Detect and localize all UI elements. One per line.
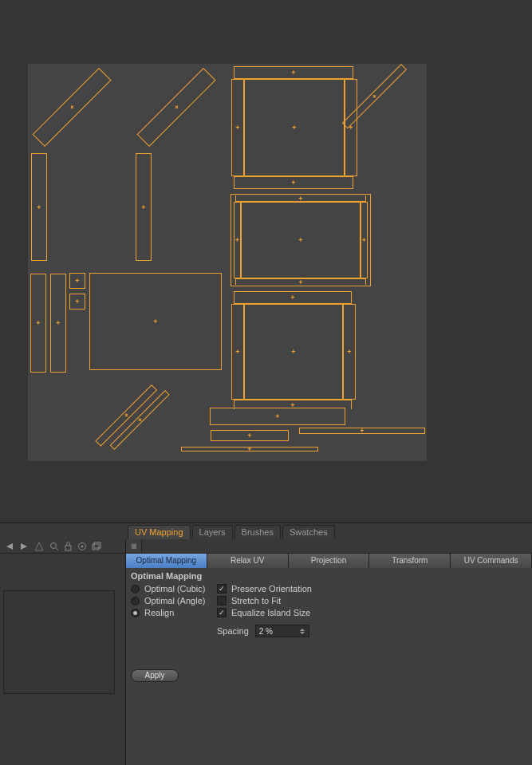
tab-uv-mapping[interactable]: UV Mapping: [128, 525, 191, 539]
uv-island[interactable]: +: [234, 291, 352, 304]
stepper-down-icon[interactable]: [300, 632, 305, 634]
uv-island[interactable]: +: [33, 68, 112, 147]
side-empty-box: [3, 590, 115, 694]
triangle-up-outline-icon[interactable]: [33, 541, 45, 552]
triangle-left-icon[interactable]: [5, 542, 14, 551]
triangle-right-icon[interactable]: [19, 542, 29, 551]
svg-rect-8: [93, 544, 99, 550]
uv-island[interactable]: +: [30, 274, 46, 373]
radio-label: Realign: [144, 608, 174, 617]
radio-realign[interactable]: Realign: [131, 608, 211, 617]
svg-point-3: [51, 543, 57, 549]
svg-line-4: [56, 548, 58, 550]
uv-island[interactable]: +: [89, 273, 222, 370]
tab-swatches[interactable]: Swatches: [282, 525, 335, 539]
svg-marker-0: [6, 543, 13, 550]
svg-point-7: [81, 546, 84, 548]
uv-island[interactable]: +: [244, 79, 345, 176]
uv-island[interactable]: +: [343, 304, 356, 400]
uv-island[interactable]: +: [181, 447, 318, 452]
uv-canvas[interactable]: + + + + + + + + + +: [28, 64, 427, 461]
uv-island[interactable]: +: [137, 68, 216, 147]
uv-island[interactable]: +: [244, 304, 343, 400]
stepper-up-icon[interactable]: [300, 629, 305, 631]
check-equalize-island-size[interactable]: ✓ Equalize Island Size: [217, 608, 312, 617]
svg-rect-5: [65, 546, 71, 550]
checkbox-indicator: ✓: [217, 584, 227, 593]
subtab-transform[interactable]: Transform: [369, 554, 451, 568]
uv-island[interactable]: +: [211, 430, 289, 441]
uv-island[interactable]: +: [234, 176, 353, 189]
subtab-relax-uv[interactable]: Relax UV: [207, 554, 289, 568]
radio-optimal-cubic[interactable]: Optimal (Cubic): [131, 584, 211, 593]
checkbox-label: Equalize Island Size: [231, 608, 310, 617]
uv-island[interactable]: +: [69, 273, 85, 289]
uv-island[interactable]: +: [241, 202, 361, 278]
spacing-value: 2 %: [259, 627, 273, 636]
check-preserve-orientation[interactable]: ✓ Preserve Orientation: [217, 584, 312, 593]
lower-panel: UV Mapping Layers Brushes Swatches ▦ Opt…: [0, 522, 532, 765]
radio-indicator: [131, 597, 140, 605]
uv-island[interactable]: +: [69, 294, 85, 310]
lock-icon[interactable]: [64, 542, 73, 551]
check-stretch-to-fit[interactable]: Stretch to Fit: [217, 596, 312, 605]
uv-island[interactable]: +: [234, 202, 241, 278]
search-icon[interactable]: [49, 542, 59, 551]
side-outline-panel: [0, 568, 126, 765]
uv-island[interactable]: +: [234, 66, 353, 79]
tab-layers[interactable]: Layers: [192, 525, 233, 539]
uv-island[interactable]: +: [50, 274, 66, 373]
checkbox-indicator: ✓: [217, 608, 227, 617]
optimal-mapping-options: Optimal Mapping Optimal (Cubic) Optimal …: [126, 568, 532, 765]
subtab-uv-commands[interactable]: UV Commands: [451, 554, 532, 568]
uv-island[interactable]: +: [299, 428, 425, 434]
uv-island[interactable]: +: [136, 153, 152, 261]
uv-island[interactable]: +: [361, 202, 368, 278]
uv-island[interactable]: +: [231, 79, 244, 176]
checkbox-indicator: [217, 596, 227, 605]
radio-indicator: [131, 609, 140, 617]
uv-island[interactable]: +: [235, 195, 366, 202]
checkbox-label: Stretch to Fit: [231, 596, 281, 605]
radio-optimal-angle[interactable]: Optimal (Angle): [131, 596, 211, 605]
uv-island[interactable]: +: [31, 153, 47, 261]
uv-island[interactable]: +: [235, 278, 366, 285]
spacing-stepper[interactable]: [300, 625, 308, 637]
tab-brushes[interactable]: Brushes: [234, 525, 281, 539]
spacing-label: Spacing: [217, 626, 249, 636]
subtab-optimal-mapping[interactable]: Optimal Mapping: [126, 554, 207, 568]
target-icon[interactable]: [77, 542, 87, 551]
panel-title: Optimal Mapping: [131, 571, 527, 581]
svg-marker-1: [21, 543, 27, 550]
apply-button[interactable]: Apply: [131, 669, 179, 682]
checkbox-label: Preserve Orientation: [231, 584, 312, 593]
svg-marker-2: [35, 542, 43, 550]
radio-label: Optimal (Angle): [144, 596, 205, 605]
uv-viewport-area: + + + + + + + + + +: [0, 0, 532, 522]
uv-island[interactable]: +: [210, 408, 345, 425]
layers-stack-icon[interactable]: [92, 542, 101, 551]
spacing-input[interactable]: 2 %: [255, 625, 309, 637]
subtab-projection[interactable]: Projection: [289, 554, 370, 568]
uv-island[interactable]: +: [231, 304, 244, 400]
radio-label: Optimal (Cubic): [144, 584, 205, 593]
radio-indicator: [131, 585, 140, 593]
svg-rect-9: [94, 542, 100, 548]
grid-icon[interactable]: ▦: [126, 539, 142, 553]
